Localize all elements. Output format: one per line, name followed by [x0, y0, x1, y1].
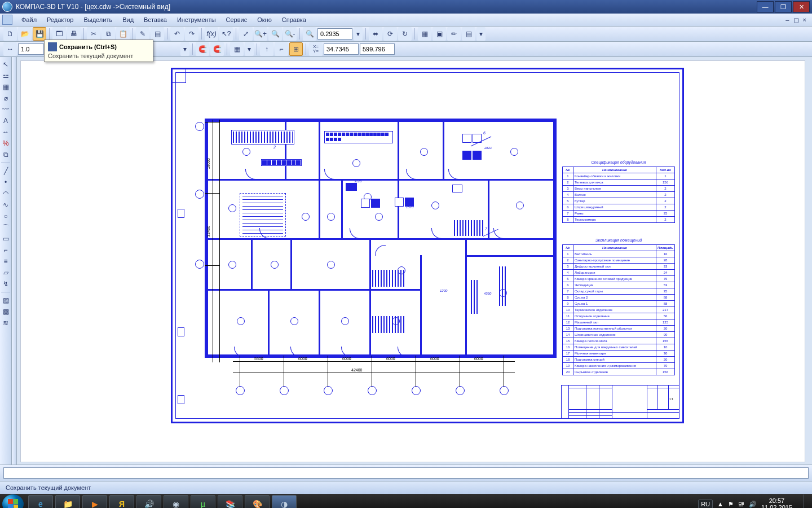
redo-button[interactable]: ↷: [185, 27, 198, 41]
tool-table[interactable]: ▦: [1, 82, 11, 92]
taskbar-winrar[interactable]: 📚: [218, 495, 242, 508]
tool-point[interactable]: •: [1, 177, 11, 187]
zoom-dropdown[interactable]: ▾: [354, 27, 363, 41]
layers-button[interactable]: ▦: [418, 27, 431, 41]
coord-x-input[interactable]: [324, 43, 359, 55]
undo-button[interactable]: ↶: [170, 27, 184, 41]
tray-flag-icon[interactable]: ⚑: [728, 501, 734, 508]
menu-service[interactable]: Сервис: [222, 15, 252, 24]
tray-network-icon[interactable]: 🖳: [738, 501, 744, 507]
ortho-button[interactable]: ⌐: [275, 42, 288, 56]
copy-button[interactable]: ⧉: [102, 27, 115, 41]
panel-toggle-button[interactable]: ▤: [462, 27, 475, 41]
zoom-reset-button[interactable]: 🔍: [303, 27, 316, 41]
new-button[interactable]: 🗋: [3, 27, 17, 41]
grid-button[interactable]: ▦: [230, 42, 244, 56]
cut-button[interactable]: ✂: [87, 27, 100, 41]
views-manager-button[interactable]: ▣: [433, 27, 446, 41]
tool-trace[interactable]: ↯: [1, 279, 11, 289]
taskbar-ie[interactable]: e: [28, 495, 53, 508]
draw-button[interactable]: ✏: [447, 27, 461, 41]
panel-dropdown[interactable]: ▾: [476, 27, 486, 41]
pan-button[interactable]: ⬌: [369, 27, 382, 41]
save-button[interactable]: 💾: [33, 27, 46, 41]
taskbar-yandex[interactable]: Я: [109, 495, 134, 508]
coord-y-input[interactable]: [360, 43, 395, 55]
tool-bezier[interactable]: ⌒: [1, 222, 11, 233]
zoom-out-button[interactable]: 🔍-: [283, 27, 297, 41]
ortho-up-button[interactable]: ↑: [260, 42, 273, 56]
step-input[interactable]: [18, 43, 44, 55]
tool-drill[interactable]: ⌀: [1, 93, 11, 103]
zoom-in-button[interactable]: 🔍+: [254, 27, 267, 41]
tray-arrow-icon[interactable]: ▲: [717, 501, 723, 507]
menu-window[interactable]: Окно: [253, 15, 276, 24]
mdi-icon[interactable]: [2, 15, 12, 25]
menu-select[interactable]: Выделить: [79, 15, 117, 24]
tray-language[interactable]: RU: [698, 500, 713, 508]
zoom-window-button[interactable]: 🔍: [268, 27, 282, 41]
local-cs-button[interactable]: ⊞: [289, 42, 303, 56]
format-brush-button[interactable]: ✎: [136, 27, 149, 41]
open-button[interactable]: 📂: [18, 27, 32, 41]
menu-tools[interactable]: Инструменты: [173, 15, 220, 24]
tool-poly[interactable]: ▱: [1, 268, 11, 278]
print-preview-button[interactable]: 🗔: [52, 27, 66, 41]
paste-button[interactable]: 📋: [116, 27, 130, 41]
tool-explode[interactable]: ⚍: [1, 71, 11, 81]
tray-volume-icon[interactable]: 🔊: [749, 501, 757, 508]
rotate-button[interactable]: ⟳: [383, 27, 397, 41]
menu-help[interactable]: Справка: [277, 15, 311, 24]
tool-arc[interactable]: ◠: [1, 189, 11, 199]
tool-dim[interactable]: ↔: [1, 127, 11, 137]
print-button[interactable]: 🖶: [67, 27, 81, 41]
taskbar-speaker[interactable]: 🔊: [136, 495, 161, 508]
tool-percent[interactable]: %: [1, 138, 11, 148]
tool-ruler[interactable]: ⧉: [1, 150, 11, 160]
fx-button[interactable]: f(x): [205, 27, 218, 41]
taskbar-kompas[interactable]: ◑: [272, 495, 297, 508]
tray-clock[interactable]: 20:57 11.02.2015: [761, 497, 796, 508]
taskbar-utorrent[interactable]: µ: [191, 495, 215, 508]
tool-hatch[interactable]: ▨: [1, 295, 11, 305]
zoom-input[interactable]: [317, 28, 352, 40]
tool-chamfer[interactable]: ⌐: [1, 245, 11, 255]
taskbar-media[interactable]: ▶: [82, 495, 107, 508]
tool-circle[interactable]: ○: [1, 211, 11, 221]
properties-button[interactable]: ▤: [151, 27, 164, 41]
menu-file[interactable]: Файл: [17, 15, 41, 24]
command-input[interactable]: [3, 467, 809, 479]
tool-fill[interactable]: ▩: [1, 306, 11, 317]
tool-break[interactable]: ≋: [1, 318, 11, 328]
taskbar-paint[interactable]: 🎨: [245, 495, 270, 508]
grid-dropdown[interactable]: ▾: [245, 42, 254, 56]
snap-off-button[interactable]: 🧲: [210, 42, 224, 56]
show-desktop-button[interactable]: [804, 494, 810, 508]
menu-view[interactable]: Вид: [118, 15, 138, 24]
tool-line[interactable]: ╱: [1, 166, 11, 176]
drawing-canvas[interactable]: 3126 2821 1570 1200 4350 6 7 2: [20, 60, 805, 462]
tool-text[interactable]: A: [1, 116, 11, 126]
taskbar-chrome[interactable]: ◉: [164, 495, 188, 508]
table-row: 5Куттер2: [563, 198, 675, 204]
zoom-extent-button[interactable]: ⤢: [239, 27, 253, 41]
minimize-button[interactable]: —: [757, 1, 774, 12]
close-button[interactable]: ✕: [793, 1, 810, 12]
style-dropdown[interactable]: ▾: [180, 42, 189, 56]
select-arrow-button[interactable]: ↖?: [219, 27, 233, 41]
step-icon[interactable]: ↔: [3, 42, 17, 56]
tool-select[interactable]: ↖: [1, 59, 11, 69]
redraw-button[interactable]: ↻: [398, 27, 412, 41]
maximize-button[interactable]: ❐: [775, 1, 792, 12]
tool-draw[interactable]: 〰: [1, 104, 11, 115]
taskbar-explorer[interactable]: 📁: [55, 495, 80, 508]
tool-spline[interactable]: ∿: [1, 200, 11, 210]
snap-magnet-button[interactable]: 🧲: [196, 42, 209, 56]
tool-equid[interactable]: ≡: [1, 256, 11, 266]
menu-edit[interactable]: Редактор: [42, 15, 78, 24]
sep: [49, 28, 50, 40]
mdi-controls[interactable]: – ▢ ×: [783, 16, 810, 24]
start-button[interactable]: [2, 494, 24, 508]
tool-rect[interactable]: ▭: [1, 234, 11, 244]
menu-insert[interactable]: Вставка: [139, 15, 171, 24]
